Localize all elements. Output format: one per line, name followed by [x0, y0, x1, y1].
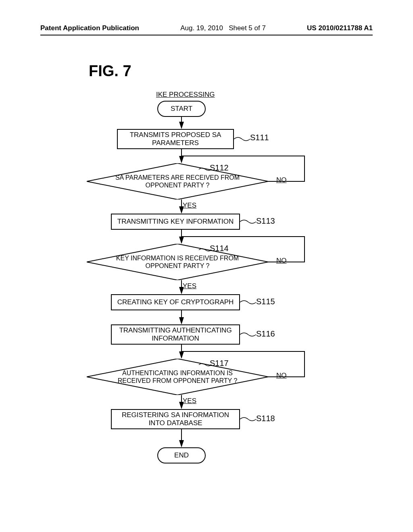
step-label-s118: S118	[256, 414, 275, 423]
terminator-start: START	[157, 101, 206, 117]
process-s116: TRANSMITTING AUTHENTICATING INFORMATION	[111, 324, 240, 345]
process-s115-text: CREATING KEY OF CRYPTOGRAPH	[117, 298, 234, 306]
terminator-start-label: START	[171, 105, 192, 113]
step-label-s117: S117	[210, 359, 229, 368]
branch-no-s117: NO	[276, 372, 287, 380]
branch-yes-s112: YES	[183, 202, 196, 210]
decision-s112-text: SA PARAMETERS ARE RECEIVED FROM OPPONENT…	[107, 174, 248, 189]
branch-no-s114: NO	[276, 257, 287, 265]
process-title: IKE PROCESSING	[156, 91, 215, 99]
process-s113-text: TRANSMITTING KEY INFORMATION	[117, 218, 234, 226]
process-s111: TRANSMITS PROPOSED SA PARAMETERS	[117, 129, 234, 149]
page-header: Patent Application Publication Aug. 19, …	[40, 24, 373, 35]
process-s118: REGISTERING SA INFORMATION INTO DATABASE	[111, 409, 240, 429]
sheet-num: Sheet 5 of 7	[229, 24, 266, 32]
branch-no-s112: NO	[276, 176, 287, 184]
process-s111-text: TRANSMITS PROPOSED SA PARAMETERS	[121, 131, 230, 147]
step-label-s116: S116	[256, 329, 275, 339]
decision-s112: SA PARAMETERS ARE RECEIVED FROM OPPONENT…	[87, 163, 268, 200]
branch-yes-s117: YES	[183, 397, 196, 405]
pub-date: Aug. 19, 2010	[180, 24, 223, 32]
decision-s117-text: AUTHENTICATING INFORMATION IS RECEIVED F…	[107, 369, 248, 384]
terminator-end-label: END	[174, 451, 189, 459]
decision-s114-text: KEY INFORMATION IS RECEIVED FROM OPPONEN…	[107, 254, 248, 270]
terminator-end: END	[157, 447, 206, 463]
step-label-s112: S112	[210, 163, 229, 172]
figure-label: FIG. 7	[89, 62, 131, 80]
process-s118-text: REGISTERING SA INFORMATION INTO DATABASE	[115, 411, 236, 427]
branch-yes-s114: YES	[183, 282, 196, 290]
step-label-s111: S111	[250, 133, 269, 142]
decision-s114: KEY INFORMATION IS RECEIVED FROM OPPONEN…	[87, 244, 268, 280]
process-s116-text: TRANSMITTING AUTHENTICATING INFORMATION	[115, 326, 236, 343]
pub-number: US 2010/0211788 A1	[307, 24, 373, 32]
pub-type: Patent Application Publication	[40, 24, 139, 32]
process-s113: TRANSMITTING KEY INFORMATION	[111, 214, 240, 230]
decision-s117: AUTHENTICATING INFORMATION IS RECEIVED F…	[87, 359, 268, 395]
step-label-s113: S113	[256, 216, 275, 226]
step-label-s114: S114	[210, 244, 229, 253]
step-label-s115: S115	[256, 297, 275, 306]
pub-date-sheet: Aug. 19, 2010 Sheet 5 of 7	[180, 24, 266, 32]
process-s115: CREATING KEY OF CRYPTOGRAPH	[111, 294, 240, 310]
